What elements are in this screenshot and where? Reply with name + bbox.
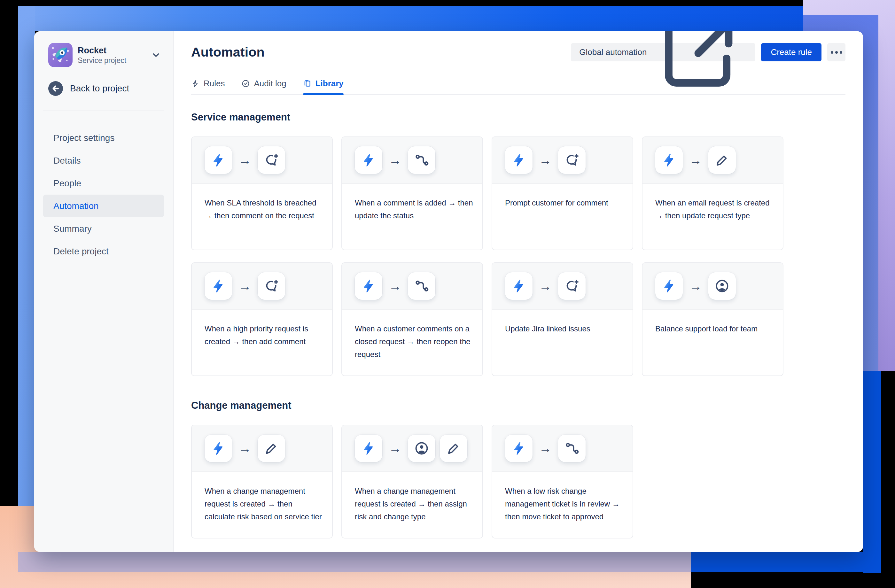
decor-deep-blue-band [691,552,881,572]
template-card[interactable]: →When an email request is created → then… [642,136,783,250]
card-icon-row: → [342,425,482,472]
card-icon-row: → [642,137,783,184]
sidebar-item-label: Automation [53,201,99,211]
edit-icon [708,146,736,174]
card-description: Balance support load for team [642,310,783,335]
arrow-right-glyph: → [539,442,552,455]
sidebar-item-automation[interactable]: Automation [43,195,164,217]
back-arrow-icon [48,81,63,96]
card-description: When an email request is created → then … [642,184,783,222]
tab-library[interactable]: Library [303,79,344,94]
card-description: When SLA threshold is breached → then co… [192,184,332,222]
card-icon-row: → [492,263,633,310]
global-automation-button[interactable]: Global automation [571,43,755,61]
person-icon [708,272,736,300]
automation-bolt-icon [655,146,683,174]
card-description: When a comment is added → then update th… [342,184,482,222]
sidebar-item-label: People [53,178,81,189]
person-icon [408,435,435,462]
comment-add-icon [258,272,285,300]
workflow-icon [408,146,435,174]
tab-rules[interactable]: Rules [191,79,225,94]
library-pages-icon [303,79,312,88]
app-window: Rocket Service project Back to project P… [34,31,863,552]
arrow-right-glyph: → [389,280,402,292]
template-card[interactable]: →When SLA threshold is breached → then c… [191,136,333,250]
tab-label: Rules [203,79,225,88]
sidebar-item-summary[interactable]: Summary [43,217,164,240]
page-title: Automation [191,45,265,60]
arrow-right-glyph: → [238,154,251,167]
sidebar-nav: Project settingsDetailsPeopleAutomationS… [43,127,164,263]
card-icon-row: → [192,425,332,472]
project-switcher[interactable]: Rocket Service project [48,43,161,67]
comment-add-icon [558,146,586,174]
project-name: Rocket [78,45,150,56]
automation-bolt-icon [355,435,382,462]
ellipsis-icon [831,51,833,54]
card-description: When a change management request is crea… [192,472,332,523]
section-service-management: Service management→When SLA threshold is… [191,112,845,376]
template-card[interactable]: →When a low risk change management ticke… [491,425,633,538]
card-icon-row: → [492,137,633,184]
workflow-icon [558,435,586,462]
comment-add-icon [258,146,285,174]
edit-icon [440,435,467,462]
card-icon-row: → [342,137,482,184]
card-description: When a change management request is crea… [342,472,482,523]
decor-mauve-band [18,552,691,572]
automation-bolt-icon [205,435,232,462]
sidebar-item-details[interactable]: Details [43,149,164,172]
automation-bolt-icon [355,272,382,300]
arrow-right-glyph: → [539,154,552,167]
create-rule-button[interactable]: Create rule [761,43,821,61]
card-icon-row: → [342,263,482,310]
template-card[interactable]: →Prompt customer for comment [491,136,633,250]
template-sections: Service management→When SLA threshold is… [191,112,845,538]
tab-bar: RulesAudit logLibrary [191,79,845,95]
sidebar-item-label: Details [53,156,81,166]
arrow-right-glyph: → [389,154,402,167]
section-change-management: Change management→When a change manageme… [191,400,845,538]
back-to-project-button[interactable]: Back to project [48,81,164,96]
automation-bolt-icon [205,146,232,174]
more-actions-button[interactable] [827,43,845,61]
card-icon-row: → [492,425,633,472]
chevron-down-icon[interactable] [150,50,161,61]
arrow-right-glyph: → [238,280,251,292]
template-card[interactable]: →When a high priority request is created… [191,262,333,376]
tab-label: Library [316,79,344,88]
card-description: When a low risk change management ticket… [492,472,633,523]
page-header: Automation Global automation Create rule [191,43,845,61]
sidebar-item-project-settings[interactable]: Project settings [43,127,164,149]
arrow-right-glyph: → [238,442,251,455]
back-to-project-label: Back to project [70,83,129,94]
decor-blue-frame-top [18,6,803,31]
workflow-icon [408,272,435,300]
card-icon-row: → [192,263,332,310]
template-card[interactable]: →Update Jira linked issues [491,262,633,376]
template-card[interactable]: →When a change management request is cre… [341,425,483,538]
sidebar-item-delete-project[interactable]: Delete project [43,240,164,263]
template-card[interactable]: →When a customer comments on a closed re… [341,262,483,376]
tab-audit-log[interactable]: Audit log [241,79,286,94]
card-description: Prompt customer for comment [492,184,633,209]
sidebar-item-people[interactable]: People [43,172,164,195]
template-card[interactable]: →When a comment is added → then update t… [341,136,483,250]
automation-bolt-icon [655,272,683,300]
automation-bolt-icon [205,272,232,300]
comment-add-icon [558,272,586,300]
sidebar: Rocket Service project Back to project P… [34,31,174,552]
global-automation-label: Global automation [579,47,647,57]
automation-bolt-icon [505,146,532,174]
edit-icon [258,435,285,462]
card-icon-row: → [642,263,783,310]
automation-bolt-icon [505,272,532,300]
template-card[interactable]: →When a change management request is cre… [191,425,333,538]
arrow-right-glyph: → [539,280,552,292]
automation-bolt-icon [355,146,382,174]
template-card[interactable]: →Balance support load for team [642,262,783,376]
create-rule-label: Create rule [771,47,812,57]
automation-bolt-icon [505,435,532,462]
card-icon-row: → [192,137,332,184]
